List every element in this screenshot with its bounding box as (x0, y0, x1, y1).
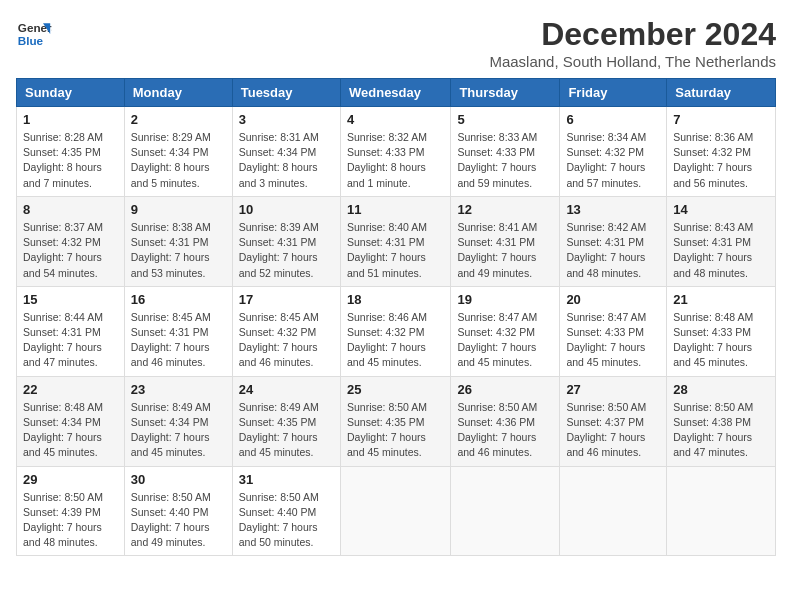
day-number: 5 (457, 112, 553, 127)
calendar-day-cell: 2 Sunrise: 8:29 AMSunset: 4:34 PMDayligh… (124, 107, 232, 197)
calendar-day-cell: 9 Sunrise: 8:38 AMSunset: 4:31 PMDayligh… (124, 196, 232, 286)
day-detail: Sunrise: 8:50 AMSunset: 4:38 PMDaylight:… (673, 401, 753, 459)
day-detail: Sunrise: 8:47 AMSunset: 4:33 PMDaylight:… (566, 311, 646, 369)
calendar-day-cell: 10 Sunrise: 8:39 AMSunset: 4:31 PMDaylig… (232, 196, 340, 286)
page-header: General Blue December 2024 Maasland, Sou… (16, 16, 776, 70)
calendar-day-cell: 13 Sunrise: 8:42 AMSunset: 4:31 PMDaylig… (560, 196, 667, 286)
calendar-day-cell: 27 Sunrise: 8:50 AMSunset: 4:37 PMDaylig… (560, 376, 667, 466)
calendar-day-cell: 5 Sunrise: 8:33 AMSunset: 4:33 PMDayligh… (451, 107, 560, 197)
calendar-day-cell: 28 Sunrise: 8:50 AMSunset: 4:38 PMDaylig… (667, 376, 776, 466)
day-number: 9 (131, 202, 226, 217)
day-number: 18 (347, 292, 444, 307)
calendar-day-cell: 26 Sunrise: 8:50 AMSunset: 4:36 PMDaylig… (451, 376, 560, 466)
day-detail: Sunrise: 8:38 AMSunset: 4:31 PMDaylight:… (131, 221, 211, 279)
calendar-day-cell: 24 Sunrise: 8:49 AMSunset: 4:35 PMDaylig… (232, 376, 340, 466)
day-detail: Sunrise: 8:50 AMSunset: 4:40 PMDaylight:… (239, 491, 319, 549)
empty-cell (667, 466, 776, 556)
day-number: 3 (239, 112, 334, 127)
day-detail: Sunrise: 8:46 AMSunset: 4:32 PMDaylight:… (347, 311, 427, 369)
header-monday: Monday (124, 79, 232, 107)
day-number: 25 (347, 382, 444, 397)
day-detail: Sunrise: 8:36 AMSunset: 4:32 PMDaylight:… (673, 131, 753, 189)
day-number: 2 (131, 112, 226, 127)
day-number: 14 (673, 202, 769, 217)
calendar-table: SundayMondayTuesdayWednesdayThursdayFrid… (16, 78, 776, 556)
calendar-day-cell: 21 Sunrise: 8:48 AMSunset: 4:33 PMDaylig… (667, 286, 776, 376)
calendar-day-cell: 30 Sunrise: 8:50 AMSunset: 4:40 PMDaylig… (124, 466, 232, 556)
location-subtitle: Maasland, South Holland, The Netherlands (489, 53, 776, 70)
calendar-day-cell: 17 Sunrise: 8:45 AMSunset: 4:32 PMDaylig… (232, 286, 340, 376)
day-number: 26 (457, 382, 553, 397)
calendar-week-row: 1 Sunrise: 8:28 AMSunset: 4:35 PMDayligh… (17, 107, 776, 197)
day-detail: Sunrise: 8:50 AMSunset: 4:36 PMDaylight:… (457, 401, 537, 459)
title-block: December 2024 Maasland, South Holland, T… (489, 16, 776, 70)
calendar-day-cell: 6 Sunrise: 8:34 AMSunset: 4:32 PMDayligh… (560, 107, 667, 197)
day-number: 13 (566, 202, 660, 217)
day-detail: Sunrise: 8:50 AMSunset: 4:40 PMDaylight:… (131, 491, 211, 549)
header-thursday: Thursday (451, 79, 560, 107)
day-number: 12 (457, 202, 553, 217)
calendar-day-cell: 16 Sunrise: 8:45 AMSunset: 4:31 PMDaylig… (124, 286, 232, 376)
calendar-day-cell: 22 Sunrise: 8:48 AMSunset: 4:34 PMDaylig… (17, 376, 125, 466)
calendar-day-cell: 20 Sunrise: 8:47 AMSunset: 4:33 PMDaylig… (560, 286, 667, 376)
day-number: 24 (239, 382, 334, 397)
day-detail: Sunrise: 8:39 AMSunset: 4:31 PMDaylight:… (239, 221, 319, 279)
day-detail: Sunrise: 8:49 AMSunset: 4:34 PMDaylight:… (131, 401, 211, 459)
day-number: 20 (566, 292, 660, 307)
month-title: December 2024 (489, 16, 776, 53)
empty-cell (340, 466, 450, 556)
calendar-day-cell: 29 Sunrise: 8:50 AMSunset: 4:39 PMDaylig… (17, 466, 125, 556)
svg-text:Blue: Blue (18, 34, 44, 47)
header-saturday: Saturday (667, 79, 776, 107)
calendar-day-cell: 12 Sunrise: 8:41 AMSunset: 4:31 PMDaylig… (451, 196, 560, 286)
calendar-week-row: 29 Sunrise: 8:50 AMSunset: 4:39 PMDaylig… (17, 466, 776, 556)
day-number: 19 (457, 292, 553, 307)
day-detail: Sunrise: 8:32 AMSunset: 4:33 PMDaylight:… (347, 131, 427, 189)
day-detail: Sunrise: 8:44 AMSunset: 4:31 PMDaylight:… (23, 311, 103, 369)
calendar-day-cell: 14 Sunrise: 8:43 AMSunset: 4:31 PMDaylig… (667, 196, 776, 286)
day-number: 16 (131, 292, 226, 307)
header-tuesday: Tuesday (232, 79, 340, 107)
calendar-day-cell: 23 Sunrise: 8:49 AMSunset: 4:34 PMDaylig… (124, 376, 232, 466)
calendar-day-cell: 19 Sunrise: 8:47 AMSunset: 4:32 PMDaylig… (451, 286, 560, 376)
day-number: 21 (673, 292, 769, 307)
day-detail: Sunrise: 8:49 AMSunset: 4:35 PMDaylight:… (239, 401, 319, 459)
day-number: 11 (347, 202, 444, 217)
empty-cell (451, 466, 560, 556)
day-detail: Sunrise: 8:40 AMSunset: 4:31 PMDaylight:… (347, 221, 427, 279)
calendar-day-cell: 11 Sunrise: 8:40 AMSunset: 4:31 PMDaylig… (340, 196, 450, 286)
day-number: 31 (239, 472, 334, 487)
calendar-day-cell: 8 Sunrise: 8:37 AMSunset: 4:32 PMDayligh… (17, 196, 125, 286)
day-number: 1 (23, 112, 118, 127)
day-detail: Sunrise: 8:48 AMSunset: 4:33 PMDaylight:… (673, 311, 753, 369)
day-detail: Sunrise: 8:29 AMSunset: 4:34 PMDaylight:… (131, 131, 211, 189)
day-detail: Sunrise: 8:50 AMSunset: 4:39 PMDaylight:… (23, 491, 103, 549)
day-detail: Sunrise: 8:31 AMSunset: 4:34 PMDaylight:… (239, 131, 319, 189)
day-number: 27 (566, 382, 660, 397)
day-detail: Sunrise: 8:50 AMSunset: 4:35 PMDaylight:… (347, 401, 427, 459)
calendar-day-cell: 25 Sunrise: 8:50 AMSunset: 4:35 PMDaylig… (340, 376, 450, 466)
calendar-day-cell: 3 Sunrise: 8:31 AMSunset: 4:34 PMDayligh… (232, 107, 340, 197)
day-detail: Sunrise: 8:50 AMSunset: 4:37 PMDaylight:… (566, 401, 646, 459)
day-number: 29 (23, 472, 118, 487)
logo-icon: General Blue (16, 16, 52, 52)
day-detail: Sunrise: 8:43 AMSunset: 4:31 PMDaylight:… (673, 221, 753, 279)
calendar-week-row: 8 Sunrise: 8:37 AMSunset: 4:32 PMDayligh… (17, 196, 776, 286)
calendar-day-cell: 18 Sunrise: 8:46 AMSunset: 4:32 PMDaylig… (340, 286, 450, 376)
calendar-week-row: 22 Sunrise: 8:48 AMSunset: 4:34 PMDaylig… (17, 376, 776, 466)
calendar-day-cell: 4 Sunrise: 8:32 AMSunset: 4:33 PMDayligh… (340, 107, 450, 197)
calendar-day-cell: 31 Sunrise: 8:50 AMSunset: 4:40 PMDaylig… (232, 466, 340, 556)
day-number: 17 (239, 292, 334, 307)
day-number: 6 (566, 112, 660, 127)
day-detail: Sunrise: 8:28 AMSunset: 4:35 PMDaylight:… (23, 131, 103, 189)
day-number: 28 (673, 382, 769, 397)
day-number: 7 (673, 112, 769, 127)
day-number: 4 (347, 112, 444, 127)
calendar-day-cell: 15 Sunrise: 8:44 AMSunset: 4:31 PMDaylig… (17, 286, 125, 376)
day-number: 23 (131, 382, 226, 397)
day-detail: Sunrise: 8:45 AMSunset: 4:32 PMDaylight:… (239, 311, 319, 369)
day-detail: Sunrise: 8:48 AMSunset: 4:34 PMDaylight:… (23, 401, 103, 459)
day-number: 8 (23, 202, 118, 217)
day-detail: Sunrise: 8:45 AMSunset: 4:31 PMDaylight:… (131, 311, 211, 369)
day-detail: Sunrise: 8:34 AMSunset: 4:32 PMDaylight:… (566, 131, 646, 189)
